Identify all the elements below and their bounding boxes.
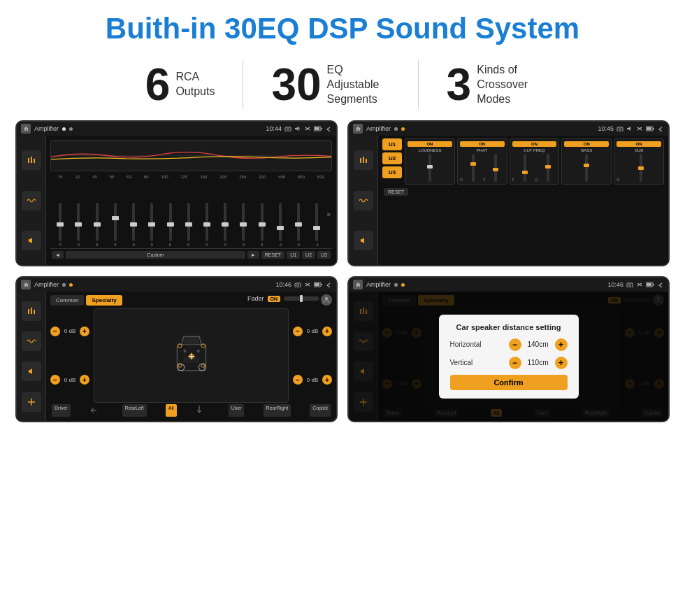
battery-icon-2 (646, 126, 654, 131)
equalizer-icon-2 (359, 155, 368, 165)
crossover-sidebar-btn-2[interactable] (354, 191, 373, 210)
eq-track-6[interactable] (169, 203, 172, 241)
fader-time: 10:46 (275, 281, 291, 288)
crossover-reset-btn[interactable]: RESET (384, 188, 408, 196)
fader-sidebar-btn-2[interactable] (22, 331, 41, 351)
user-btn[interactable]: User (229, 404, 245, 417)
crossover-sidebar-btn-1[interactable] (354, 150, 373, 170)
eq-u1-btn[interactable]: U1 (287, 251, 300, 259)
eq-reset-btn[interactable]: RESET (261, 251, 284, 259)
back-icon (325, 126, 332, 131)
user-avatar-icon[interactable] (321, 294, 332, 306)
sub-on-btn[interactable]: ON (616, 141, 661, 147)
plus-right-bottom[interactable]: + (322, 375, 332, 385)
plus-left-top[interactable]: + (80, 327, 89, 336)
bass-on-btn[interactable]: ON (564, 141, 609, 147)
eq-track-1[interactable] (77, 203, 80, 241)
eq-slider-2: 0 (88, 203, 105, 247)
eq-sidebar-btn-1[interactable] (22, 150, 41, 170)
db-val-right-bottom: 0 dB (304, 377, 321, 383)
expand-icon[interactable]: » (327, 210, 331, 218)
dot-orange-2 (69, 283, 73, 287)
wave-icon-2 (359, 196, 368, 206)
rear-right-btn[interactable]: RearRight (264, 404, 291, 417)
rear-left-btn[interactable]: RearLeft (122, 404, 147, 417)
eq-track-10[interactable] (242, 203, 245, 241)
phat-slider-f[interactable] (494, 154, 497, 182)
eq-sidebar-btn-3[interactable] (22, 231, 41, 250)
horizontal-minus-btn[interactable]: − (509, 338, 521, 351)
fader-sidebar-btn-1[interactable] (22, 301, 41, 321)
eq-play-btn[interactable]: ► (247, 251, 259, 259)
eq-prev-btn[interactable]: ◄ (52, 251, 64, 259)
sub-slider[interactable] (640, 154, 642, 182)
home-icon-3[interactable] (21, 280, 31, 289)
tab-common[interactable]: Common (50, 295, 84, 306)
eq-status-bar: Amplifier 10:44 (17, 122, 336, 136)
cutfreq-on-btn[interactable]: ON (512, 141, 557, 147)
eq-status-right: 10:44 (266, 125, 332, 132)
cutfreq-slider-f[interactable] (524, 154, 526, 182)
eq-slider-12: -1 (272, 203, 289, 247)
eq-track-9[interactable] (224, 203, 226, 241)
eq-track-12[interactable] (279, 203, 282, 241)
phat-slider-g[interactable] (472, 154, 475, 182)
u3-button[interactable]: U3 (382, 166, 402, 178)
eq-track-5[interactable] (150, 203, 153, 241)
home-icon-4[interactable] (353, 280, 363, 289)
eq-u2-btn[interactable]: U2 (302, 251, 315, 259)
vertical-minus-btn[interactable]: − (509, 357, 521, 369)
eq-track-13[interactable] (297, 203, 300, 241)
plus-left-bottom[interactable]: + (80, 375, 89, 385)
dialog-horizontal-row: Horizontal − 140cm + (450, 338, 568, 351)
u2-button[interactable]: U2 (382, 152, 402, 164)
fader-sidebar-btn-3[interactable] (22, 361, 41, 381)
fader-on-button[interactable]: ON (268, 296, 281, 302)
tab-specialty[interactable]: Specialty (86, 295, 122, 306)
eq-track-7[interactable] (187, 203, 190, 241)
loudness-on-btn[interactable]: ON (408, 141, 452, 147)
freq-50: 50 (110, 175, 115, 179)
fader-sidebar-btn-4[interactable] (22, 392, 41, 412)
eq-track-14[interactable] (315, 203, 318, 241)
eq-track-3[interactable] (114, 203, 117, 241)
svg-rect-6 (31, 157, 32, 163)
eq-screen-title: Amplifier (34, 125, 59, 132)
minus-right-bottom[interactable]: − (293, 375, 303, 385)
eq-track-11[interactable] (261, 203, 264, 241)
back-icon-3 (325, 282, 332, 287)
phat-on-btn[interactable]: ON (460, 141, 505, 147)
plus-right-top[interactable]: + (322, 327, 332, 336)
svg-rect-27 (34, 310, 35, 314)
driver-btn[interactable]: Driver (52, 404, 71, 417)
home-icon-2[interactable] (353, 124, 363, 134)
vertical-plus-btn[interactable]: + (555, 357, 568, 369)
u1-button[interactable]: U1 (382, 138, 402, 150)
copilot-btn[interactable]: Copilot (310, 404, 331, 417)
equalizer-icon (27, 155, 36, 165)
eq-slider-1: 0 (70, 203, 87, 247)
eq-u3-btn[interactable]: U3 (317, 251, 331, 259)
minus-left-top[interactable]: − (50, 327, 60, 336)
eq-sliders-row: 0 0 0 5 0 (50, 180, 332, 248)
all-btn[interactable]: All (166, 404, 177, 417)
cutfreq-slider-g[interactable] (547, 154, 549, 182)
bass-slider[interactable] (585, 154, 588, 182)
minus-left-bottom[interactable]: − (50, 375, 60, 385)
eq-track-4[interactable] (132, 203, 135, 241)
dot-orange (401, 127, 405, 131)
arrow-down-icon (196, 404, 210, 417)
freq-40: 40 (92, 175, 97, 179)
eq-track-0[interactable] (59, 203, 62, 241)
home-icon[interactable] (21, 124, 31, 134)
minus-right-top[interactable]: − (293, 327, 303, 336)
speaker-icon-2 (359, 236, 368, 245)
eq-track-2[interactable] (96, 203, 99, 241)
crossover-sidebar-btn-3[interactable] (354, 231, 373, 250)
eq-sidebar-btn-2[interactable] (22, 191, 41, 210)
freq-125: 125 (180, 175, 187, 179)
loudness-slider[interactable] (428, 154, 431, 182)
eq-track-8[interactable] (206, 203, 208, 241)
confirm-button[interactable]: Confirm (450, 375, 568, 390)
horizontal-plus-btn[interactable]: + (555, 338, 568, 351)
